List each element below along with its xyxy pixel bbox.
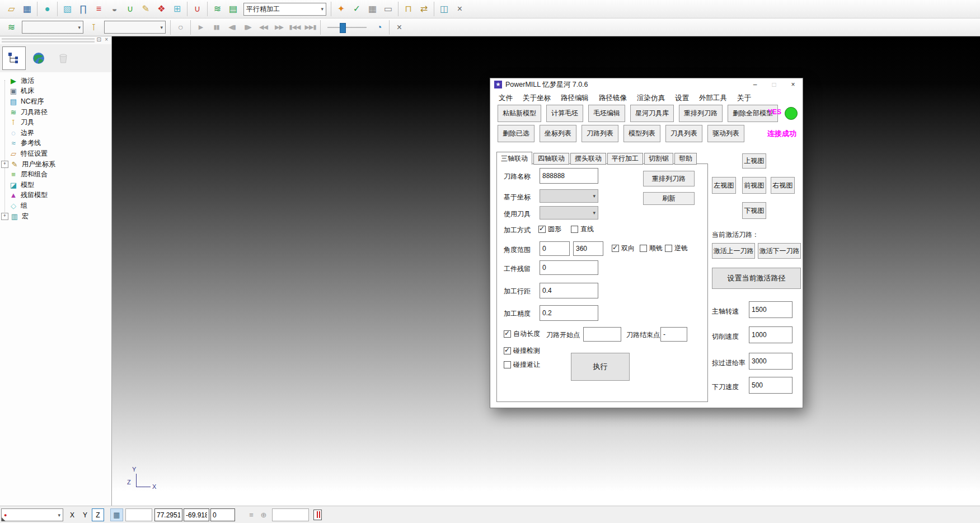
- view-right-button[interactable]: 右视图: [771, 177, 795, 194]
- dialog-button[interactable]: 删除已选: [498, 125, 534, 142]
- go-start-icon[interactable]: ▮◀◀: [287, 20, 302, 35]
- close-button[interactable]: ×: [784, 78, 803, 91]
- panel-grip[interactable]: ⊡ ×: [0, 36, 111, 44]
- tree-item[interactable]: ▱ 特征设置: [0, 148, 111, 159]
- close-panel-icon[interactable]: ×: [105, 36, 108, 43]
- tab-tilthead[interactable]: 摆头联动: [570, 153, 606, 165]
- menu-item[interactable]: 渲染仿真: [632, 92, 670, 104]
- minimize-button[interactable]: –: [745, 78, 765, 91]
- play-icon[interactable]: ▶: [193, 20, 208, 35]
- tool-select-icon[interactable]: ⊺: [86, 20, 101, 35]
- dialog-button[interactable]: 粘贴新模型: [498, 105, 541, 122]
- dialog-button[interactable]: 毛坯编辑: [588, 105, 625, 122]
- clamp-icon[interactable]: ⊓: [401, 2, 416, 17]
- climb-checkbox-row[interactable]: 顺铣: [640, 244, 663, 253]
- ruler-icon[interactable]: ▭: [381, 2, 396, 17]
- calculator-icon[interactable]: ▦: [365, 2, 380, 17]
- strategy-combo[interactable]: 平行精加工 ▾: [243, 3, 326, 16]
- axis-y-button[interactable]: Y: [79, 508, 91, 521]
- toolpaths-icon[interactable]: ≋: [210, 2, 225, 17]
- block-icon[interactable]: ▧: [60, 2, 75, 17]
- axis-x-button[interactable]: X: [66, 508, 78, 521]
- tree-expander[interactable]: [1, 130, 7, 136]
- menu-item[interactable]: 路径镜像: [594, 92, 632, 104]
- dialog-button[interactable]: 计算毛坯: [546, 105, 583, 122]
- tree-item[interactable]: ▲ 残留模型: [0, 190, 111, 201]
- dialog-button[interactable]: 星河刀具库: [630, 105, 674, 122]
- coordinate-y-input[interactable]: [184, 508, 209, 521]
- strategies-icon[interactable]: ▤: [226, 2, 241, 17]
- pattern-icon[interactable]: ❖: [154, 2, 169, 17]
- bidirectional-checkbox[interactable]: [612, 245, 619, 252]
- float-panel-icon[interactable]: ⊡: [97, 36, 101, 43]
- status-combo[interactable]: ● ▾: [1, 508, 63, 521]
- sim-toolpath-combo[interactable]: ▾: [22, 21, 83, 34]
- conventional-checkbox-row[interactable]: 逆铣: [665, 244, 688, 253]
- dialog-button[interactable]: 驱动列表: [707, 125, 744, 142]
- tree-expander[interactable]: [1, 151, 7, 157]
- cutting-feed-input[interactable]: [749, 326, 793, 343]
- tree-expander[interactable]: [1, 109, 7, 115]
- menu-item[interactable]: 外部工具: [694, 92, 732, 104]
- tree-item[interactable]: ▤ NC程序: [0, 96, 111, 107]
- tree-item[interactable]: ▶ 激活: [0, 76, 111, 86]
- tree-item[interactable]: + ▥ 宏: [0, 211, 111, 222]
- menu-item[interactable]: 关于: [732, 92, 756, 104]
- tree-item[interactable]: ⊺ 刀具: [0, 117, 111, 128]
- tree-expander[interactable]: +: [1, 161, 8, 168]
- tree-expander[interactable]: [1, 99, 7, 105]
- status-field-1[interactable]: [125, 508, 152, 521]
- tab-saw[interactable]: 切割锯: [644, 153, 673, 165]
- tree-expander[interactable]: [1, 171, 7, 178]
- locate-target-icon[interactable]: ⊕: [258, 508, 269, 521]
- view-left-button[interactable]: 左视图: [712, 177, 736, 194]
- coordinate-x-input[interactable]: [154, 508, 182, 521]
- menu-item[interactable]: 文件: [494, 92, 518, 104]
- close-toolbar-icon[interactable]: ×: [452, 2, 467, 17]
- collision-avoid-checkbox[interactable]: [504, 361, 511, 368]
- compare-models-icon[interactable]: ◫: [437, 2, 452, 17]
- view-front-button[interactable]: 前视图: [742, 177, 766, 194]
- menu-item[interactable]: 设置: [670, 92, 694, 104]
- execute-button[interactable]: 执行: [571, 353, 630, 381]
- spindle-speed-input[interactable]: [749, 301, 793, 318]
- circle-checkbox[interactable]: [538, 226, 546, 233]
- dialog-button[interactable]: 刀具列表: [665, 125, 702, 142]
- angle-to-input[interactable]: [573, 241, 603, 256]
- tree-item[interactable]: ▣ 机床: [0, 86, 111, 97]
- climb-mill-checkbox[interactable]: [640, 245, 647, 252]
- workplane-icon[interactable]: ✎: [138, 2, 153, 17]
- tree-item[interactable]: ≋ 刀具路径: [0, 107, 111, 118]
- tab-parallel[interactable]: 平行加工: [607, 153, 643, 165]
- based-coord-dropdown[interactable]: ▾: [540, 189, 598, 203]
- fast-forward-icon[interactable]: ▶▶: [271, 20, 287, 35]
- dialog-titlebar[interactable]: ★ PowerMILL 忆梦星河 7.0.6 – □ ×: [490, 78, 803, 91]
- rearrange-toolpaths-button[interactable]: 重排列刀路: [643, 171, 695, 186]
- plunge-feed-input[interactable]: [749, 377, 793, 394]
- tab-help[interactable]: 帮助: [674, 153, 697, 165]
- tree-item[interactable]: ◇ 组: [0, 200, 111, 211]
- calc-toolpath-icon[interactable]: ✦: [334, 2, 349, 17]
- dialog-button[interactable]: 重排列刀路: [679, 105, 723, 122]
- menu-item[interactable]: 路径编辑: [556, 92, 594, 104]
- clock-icon[interactable]: ◔: [372, 20, 387, 35]
- rapid-feed-input[interactable]: [749, 353, 793, 370]
- rapid-heights-icon[interactable]: ∏: [76, 2, 91, 17]
- coordinate-z-input[interactable]: [210, 508, 235, 521]
- explorer-tree-tab[interactable]: [2, 46, 26, 70]
- tolerance-input[interactable]: [540, 305, 598, 321]
- menu-item[interactable]: 关于坐标: [518, 92, 556, 104]
- line-checkbox[interactable]: [571, 226, 578, 233]
- toolpath-name-input[interactable]: [540, 168, 598, 184]
- pause-drawing-icon[interactable]: [313, 510, 322, 520]
- tree-expander[interactable]: [1, 119, 7, 125]
- line-checkbox-row[interactable]: 直线: [571, 225, 594, 234]
- start-end-point-icon[interactable]: ◒: [107, 2, 122, 17]
- open-project-icon[interactable]: ▱: [4, 2, 19, 17]
- step-forward-icon[interactable]: ▮▶: [240, 20, 255, 35]
- view-bottom-button[interactable]: 下视图: [742, 202, 766, 219]
- dialog-button[interactable]: 坐标列表: [540, 125, 576, 142]
- dialog-button[interactable]: 刀路列表: [582, 125, 618, 142]
- leads-links-icon[interactable]: ∪: [123, 2, 138, 17]
- go-end-icon[interactable]: ▶▶▮: [303, 20, 318, 35]
